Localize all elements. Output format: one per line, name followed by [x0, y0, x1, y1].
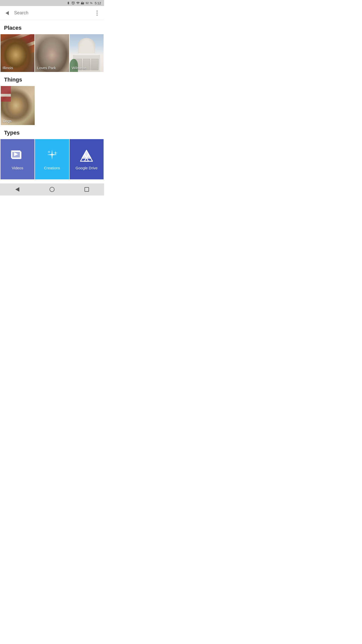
- nav-recents-button[interactable]: [80, 184, 93, 194]
- types-title: Types: [0, 125, 104, 139]
- signal-icon: [81, 1, 84, 5]
- things-tile-dogs[interactable]: Dogs: [1, 86, 35, 125]
- wifi-icon: [76, 1, 80, 5]
- svg-marker-10: [82, 151, 90, 158]
- status-icons: 92 % 5:12: [67, 1, 101, 5]
- places-section: Places Illinois Loves Park: [0, 20, 104, 72]
- types-tile-creations[interactable]: Creations: [35, 139, 69, 179]
- content-area: Places Illinois Loves Park: [0, 20, 104, 183]
- nav-home-icon: [50, 187, 55, 192]
- back-arrow-icon: [6, 11, 9, 15]
- wilmette-label: Wilmette: [72, 66, 86, 70]
- battery-level: 92: [86, 2, 89, 5]
- dot-icon: [97, 15, 98, 16]
- types-tile-videos[interactable]: Videos: [1, 139, 34, 179]
- dogs-label: Dogs: [3, 119, 12, 123]
- bluetooth-icon: [67, 1, 70, 5]
- more-options-button[interactable]: [92, 8, 102, 18]
- types-section: Types Videos: [0, 125, 104, 179]
- nav-back-button[interactable]: [11, 184, 24, 194]
- places-tile-loves-park[interactable]: Loves Park: [35, 34, 69, 72]
- things-title: Things: [0, 72, 104, 86]
- nav-back-icon: [15, 187, 19, 192]
- top-bar: [0, 6, 104, 20]
- bottom-nav: [0, 183, 104, 195]
- back-button[interactable]: [2, 8, 12, 18]
- creations-icon: [46, 149, 59, 162]
- things-section: Things Dogs: [0, 72, 104, 125]
- status-time: 5:12: [95, 1, 101, 5]
- dot-icon: [97, 13, 98, 14]
- google-drive-icon: [80, 149, 93, 162]
- google-drive-label: Google Drive: [76, 166, 98, 170]
- nav-recents-icon: [84, 187, 89, 192]
- places-title: Places: [0, 20, 104, 34]
- places-tile-wilmette[interactable]: Wilmette: [70, 34, 104, 72]
- types-tile-google-drive[interactable]: Google Drive: [70, 139, 104, 179]
- places-grid: Illinois Loves Park: [0, 34, 104, 72]
- svg-marker-6: [47, 150, 51, 154]
- illinois-label: Illinois: [3, 66, 13, 70]
- status-bar: 92 % 5:12: [0, 0, 104, 6]
- videos-label: Videos: [12, 166, 23, 170]
- loves-park-label: Loves Park: [37, 66, 56, 70]
- dot-icon: [97, 11, 98, 12]
- creations-label: Creations: [44, 166, 60, 170]
- nav-home-button[interactable]: [46, 184, 58, 194]
- types-grid: Videos Creations: [0, 139, 104, 179]
- alarm-icon: [71, 1, 75, 5]
- search-input[interactable]: [12, 10, 92, 16]
- things-grid: Dogs: [0, 86, 104, 125]
- video-icon: [11, 149, 24, 162]
- places-tile-illinois[interactable]: Illinois: [1, 34, 34, 72]
